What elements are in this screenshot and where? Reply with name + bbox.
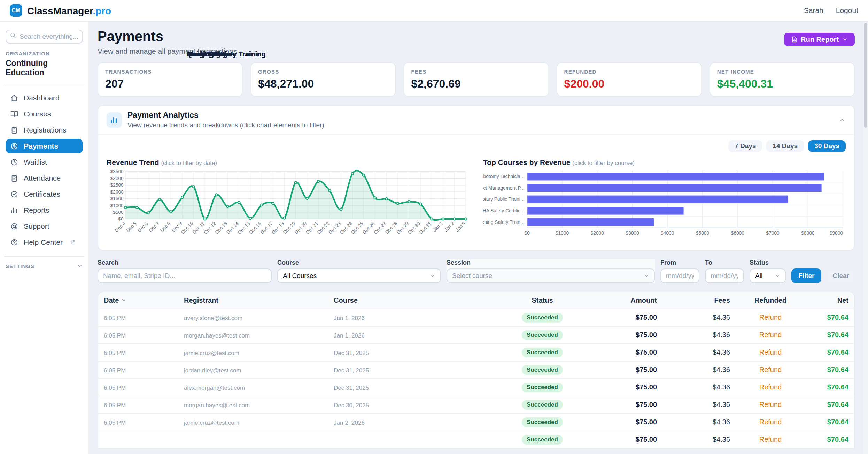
- top-header: CM ClassManager.pro Sarah Logout: [0, 0, 868, 22]
- global-search-input[interactable]: [6, 30, 83, 44]
- svg-text:$1000: $1000: [110, 203, 124, 208]
- check-circle-icon: [10, 190, 18, 198]
- brand[interactable]: CM ClassManager.pro: [10, 4, 111, 17]
- analytics-chart-icon: [107, 112, 122, 128]
- main-content: Payments View and manage all payment tra…: [89, 22, 863, 454]
- svg-text:Dec 5: Dec 5: [125, 221, 138, 233]
- brand-suffix: .pro: [93, 6, 111, 16]
- sidebar-item-reports[interactable]: Reports: [6, 203, 83, 218]
- sidebar-item-payments[interactable]: Payments: [6, 139, 83, 153]
- clipboard-icon: [10, 126, 18, 134]
- divider: [4, 84, 84, 84]
- scrollbar-track[interactable]: [863, 22, 868, 454]
- revenue-trend-title: Revenue Trend: [107, 158, 159, 166]
- column-header-date[interactable]: Date: [98, 292, 178, 309]
- sidebar-nav: DashboardCoursesRegistrationsPaymentsWai…: [6, 91, 83, 250]
- sidebar-item-support[interactable]: Support: [6, 219, 83, 234]
- svg-text:$2000: $2000: [110, 189, 124, 195]
- svg-text:$500: $500: [113, 210, 124, 215]
- sidebar-item-label: Certificates: [24, 190, 60, 198]
- search-icon: [10, 32, 16, 38]
- organization-name: Continuing Education: [6, 59, 83, 77]
- sidebar-item-help-center[interactable]: Help Center: [6, 235, 83, 250]
- payments-table: DateRegistrantCourseStatusAmountFeesRefu…: [98, 292, 855, 449]
- sidebar-item-dashboard[interactable]: Dashboard: [6, 91, 83, 105]
- report-file-icon: [791, 36, 797, 43]
- home-icon: [10, 94, 18, 102]
- cell-date: Dec 30, 20256:05 PM: [98, 362, 178, 378]
- clock-icon: [10, 158, 18, 166]
- cell-date: Dec 30, 2025: [98, 436, 178, 443]
- svg-text:$2500: $2500: [110, 182, 124, 188]
- svg-text:$1500: $1500: [110, 196, 124, 201]
- sort-chevron-down-icon: [121, 297, 126, 303]
- cell-date: Dec 30, 20256:05 PM: [98, 380, 178, 395]
- cell-date: Dec 30, 20256:05 PM: [98, 397, 178, 413]
- scrollbar-thumb[interactable]: [864, 23, 867, 128]
- cell-course: Evening Safety Training: [328, 436, 502, 443]
- cell-date: Dec 30, 20256:05 PM: [98, 327, 178, 343]
- table-row[interactable]: Dec 30, 2025Quinn PalmerEvening Safety T…: [98, 431, 854, 449]
- cell-date: Dec 30, 20256:05 PM: [98, 345, 178, 360]
- clipboard-check-icon: [10, 174, 18, 182]
- life-ring-icon: [10, 222, 18, 230]
- svg-text:Dec 4: Dec 4: [114, 221, 126, 233]
- logout-link[interactable]: Logout: [836, 6, 858, 15]
- sidebar-item-label: Attendance: [24, 174, 61, 182]
- sidebar-item-attendance[interactable]: Attendance: [6, 171, 83, 186]
- cell-date: Dec 30, 20256:05 PM: [98, 310, 178, 325]
- settings-label: SETTINGS: [6, 263, 34, 269]
- dollar-circle-icon: [10, 142, 18, 150]
- sidebar-item-label: Courses: [24, 110, 51, 118]
- divider: [4, 256, 84, 257]
- sidebar-item-certificates[interactable]: Certificates: [6, 187, 83, 202]
- svg-text:$3000: $3000: [110, 176, 124, 181]
- book-icon: [10, 110, 18, 118]
- sidebar: ORGANIZATION Continuing Education Dashbo…: [0, 22, 89, 454]
- sidebar-item-label: Dashboard: [24, 94, 60, 102]
- brand-name: ClassManager: [27, 6, 93, 16]
- sidebar-item-courses[interactable]: Courses: [6, 107, 83, 121]
- svg-text:Dec 8: Dec 8: [159, 221, 172, 233]
- sidebar-item-label: Support: [24, 222, 49, 230]
- external-link-icon: [70, 240, 76, 245]
- chevron-down-icon: [77, 263, 83, 269]
- organization-label: ORGANIZATION: [6, 51, 83, 56]
- sidebar-item-registrations[interactable]: Registrations: [6, 123, 83, 137]
- chevron-down-icon: [842, 37, 848, 42]
- table-body: Dec 30, 20256:05 PMAvery Stoneavery.ston…: [98, 309, 854, 449]
- svg-text:$3500: $3500: [110, 169, 124, 174]
- sidebar-item-label: Reports: [24, 206, 49, 214]
- sidebar-item-label: Registrations: [24, 126, 67, 134]
- sidebar-item-label: Help Center: [24, 238, 63, 247]
- svg-text:Dec 6: Dec 6: [137, 221, 149, 233]
- sidebar-item-waitlist[interactable]: Waitlist: [6, 155, 83, 169]
- cell-date: Dec 30, 20256:05 PM: [98, 415, 178, 430]
- brand-logo: CM: [10, 4, 22, 17]
- sidebar-item-label: Waitlist: [24, 158, 47, 166]
- help-circle-icon: [10, 239, 18, 246]
- sidebar-item-label: Payments: [24, 142, 58, 150]
- settings-toggle[interactable]: SETTINGS: [6, 263, 83, 269]
- app-window: CM ClassManager.pro Sarah Logout ORGANIZ…: [0, 0, 868, 454]
- user-link[interactable]: Sarah: [804, 6, 823, 15]
- page-title: Payments: [98, 29, 237, 44]
- svg-text:Dec 7: Dec 7: [148, 221, 161, 233]
- bar-chart-icon: [10, 206, 18, 214]
